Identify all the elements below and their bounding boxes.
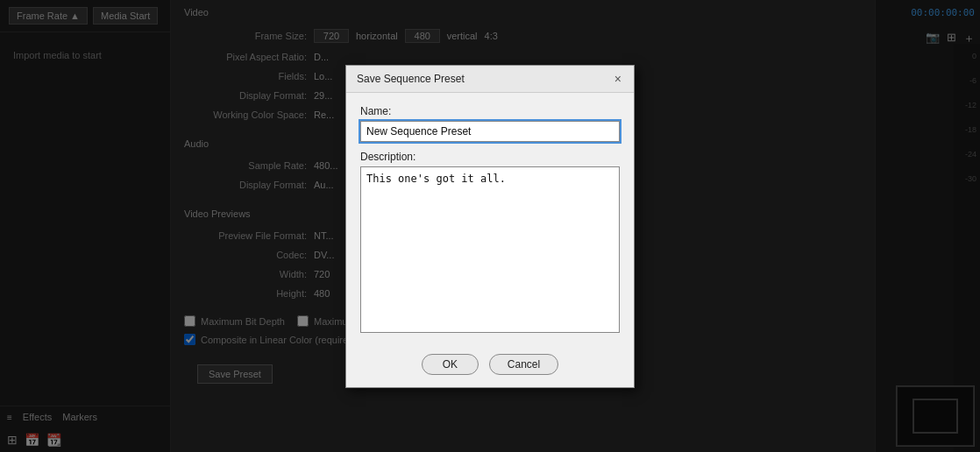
name-label: Name: xyxy=(360,105,620,117)
description-label: Description: xyxy=(360,151,620,163)
ok-button[interactable]: OK xyxy=(422,354,479,375)
description-textarea[interactable]: This one's got it all. xyxy=(360,166,620,333)
modal-buttons: OK Cancel xyxy=(346,345,634,387)
name-input[interactable] xyxy=(360,121,620,142)
save-sequence-preset-dialog: Save Sequence Preset × Name: Description… xyxy=(345,65,635,388)
modal-titlebar: Save Sequence Preset × xyxy=(346,66,634,93)
modal-close-button[interactable]: × xyxy=(613,73,623,85)
modal-overlay: Save Sequence Preset × Name: Description… xyxy=(0,0,980,452)
modal-body: Name: Description: This one's got it all… xyxy=(346,93,634,345)
cancel-button[interactable]: Cancel xyxy=(489,354,558,375)
modal-title: Save Sequence Preset xyxy=(357,73,465,85)
